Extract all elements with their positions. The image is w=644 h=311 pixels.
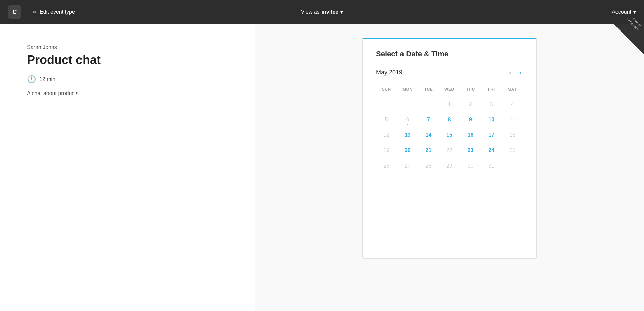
- calendar-day[interactable]: 21: [418, 143, 439, 158]
- header: C ✏ Edit event type View as invitee ▾ Ac…: [0, 0, 644, 24]
- day-headers-row: SUN MON TUE WED THU FRI SAT: [376, 85, 523, 94]
- header-divider: [27, 5, 27, 19]
- next-month-button[interactable]: ›: [518, 68, 523, 77]
- calendar-day: 27: [397, 158, 418, 174]
- event-description: A chat about products: [27, 90, 228, 97]
- calendar-day[interactable]: 10: [481, 112, 502, 127]
- day-header-wed: WED: [439, 85, 460, 94]
- header-left: C ✏ Edit event type: [8, 5, 75, 19]
- calendar-day[interactable]: 7: [418, 112, 439, 127]
- day-header-sat: SAT: [502, 85, 523, 94]
- account-button[interactable]: Account ▾: [612, 9, 636, 15]
- calendar-day: 25: [502, 143, 523, 158]
- month-label: May 2019: [376, 69, 402, 76]
- organizer-name: Sarah Jonas: [27, 44, 228, 50]
- calendar-day[interactable]: 15: [439, 127, 460, 143]
- calendar-day: 12: [376, 127, 397, 143]
- logo-icon: C: [8, 5, 21, 19]
- calendar-day: 28: [418, 158, 439, 174]
- event-title: Product chat: [27, 53, 228, 67]
- calendar-day: 19: [376, 143, 397, 158]
- edit-event-button[interactable]: ✏ Edit event type: [33, 9, 75, 15]
- calendar-day: [418, 97, 439, 112]
- calendar-day: 4: [502, 97, 523, 112]
- duration-text: 12 min: [39, 76, 55, 82]
- pencil-icon: ✏: [33, 9, 37, 15]
- duration-row: 🕐 12 min: [27, 75, 228, 84]
- calendar-day: 1: [439, 97, 460, 112]
- day-header-sun: SUN: [376, 85, 397, 94]
- calendar-day[interactable]: 16: [460, 127, 481, 143]
- calendar-day[interactable]: 20: [397, 143, 418, 158]
- chevron-down-icon: ▾: [340, 9, 343, 15]
- clock-icon: 🕐: [27, 75, 36, 84]
- main-content: Sarah Jonas Product chat 🕐 12 min A chat…: [0, 24, 644, 311]
- day-header-tue: TUE: [418, 85, 439, 94]
- calendar-nav: May 2019 ‹ ›: [376, 68, 523, 77]
- calendar-day: 3: [481, 97, 502, 112]
- day-header-thu: THU: [460, 85, 481, 94]
- event-info-panel: Sarah Jonas Product chat 🕐 12 min A chat…: [0, 24, 255, 311]
- calendar-heading: Select a Date & Time: [376, 50, 523, 58]
- calendar-day: [502, 158, 523, 174]
- calendar-day: 26: [376, 158, 397, 174]
- calendar-day[interactable]: 9: [460, 112, 481, 127]
- calendar-day: 2: [460, 97, 481, 112]
- day-header-mon: MON: [397, 85, 418, 94]
- calendar-day: 31: [481, 158, 502, 174]
- calendar-card: Select a Date & Time May 2019 ‹ › SUN MO…: [362, 38, 537, 259]
- calendar-days: 1234567891011121314151617181920212223242…: [376, 97, 523, 174]
- calendar-day: 18: [502, 127, 523, 143]
- header-right: Account ▾: [612, 9, 636, 15]
- calendar-day: 6: [397, 112, 418, 127]
- calendar-day: [397, 97, 418, 112]
- chevron-down-icon: ▾: [633, 9, 636, 15]
- calendar-day: 22: [439, 143, 460, 158]
- calendar-day[interactable]: 8: [439, 112, 460, 127]
- calendar-day[interactable]: 13: [397, 127, 418, 143]
- calendar-grid: SUN MON TUE WED THU FRI SAT 123456789101…: [376, 85, 523, 174]
- calendar-day: 29: [439, 158, 460, 174]
- calendar-day: 30: [460, 158, 481, 174]
- calendar-day[interactable]: 17: [481, 127, 502, 143]
- prev-month-button[interactable]: ‹: [508, 68, 513, 77]
- calendar-day[interactable]: 24: [481, 143, 502, 158]
- calendar-day[interactable]: 23: [460, 143, 481, 158]
- nav-buttons: ‹ ›: [508, 68, 523, 77]
- calendar-day: 5: [376, 112, 397, 127]
- calendar-day: 11: [502, 112, 523, 127]
- view-as-invitee-button[interactable]: View as invitee ▾: [301, 9, 343, 15]
- header-center: View as invitee ▾: [301, 9, 343, 15]
- calendar-day: [376, 97, 397, 112]
- calendar-panel: Select a Date & Time May 2019 ‹ › SUN MO…: [255, 24, 644, 311]
- day-header-fri: FRI: [481, 85, 502, 94]
- calendar-day[interactable]: 14: [418, 127, 439, 143]
